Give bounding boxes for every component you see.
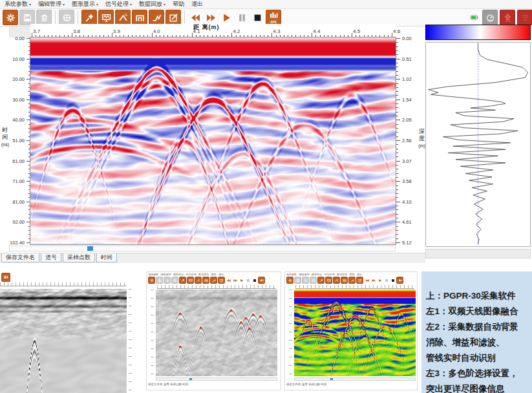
save-button[interactable]: [156, 277, 163, 284]
save-button[interactable]: [294, 277, 301, 284]
stop-button[interactable]: [251, 277, 257, 283]
pin-button[interactable]: [179, 277, 186, 284]
forward-button[interactable]: [204, 10, 218, 25]
gate-button[interactable]: [132, 10, 147, 25]
curve-button[interactable]: [210, 277, 217, 284]
dropdown-arrow-icon: ▾: [29, 2, 31, 6]
gain-button[interactable]: G: [115, 10, 131, 25]
tick-mark: [396, 124, 398, 125]
toolbar-separator: [184, 11, 185, 24]
circle-button[interactable]: [310, 277, 317, 284]
save-button[interactable]: [19, 10, 35, 25]
menu-item-6[interactable]: 退出: [191, 0, 203, 8]
tick-mark: [396, 112, 398, 112]
play-button[interactable]: [377, 277, 383, 283]
curve-button[interactable]: [149, 10, 164, 25]
tab-2[interactable]: 采样点数: [63, 253, 95, 262]
caption-line: 管线实时自动识别: [426, 350, 529, 366]
upload-icon: [503, 13, 513, 23]
pause-button[interactable]: [245, 277, 251, 283]
gauge-button[interactable]: [482, 10, 498, 25]
mini-tab-bar: 保存文件名 道号 采样点数 时间: [148, 383, 188, 386]
gate-button[interactable]: [202, 277, 209, 284]
battery-button[interactable]: [469, 12, 480, 23]
monitor-button[interactable]: [325, 277, 332, 284]
pause-button[interactable]: [235, 10, 249, 25]
trash-button[interactable]: [36, 10, 52, 25]
curve-button[interactable]: [348, 277, 356, 284]
forward-button[interactable]: [370, 277, 376, 283]
stop-button[interactable]: [250, 10, 264, 25]
left-axis-tick-label: 0.00: [15, 36, 25, 41]
horizontal-scrollbar[interactable]: [9, 246, 396, 251]
tab-3[interactable]: 时间: [96, 253, 117, 262]
pin-button[interactable]: [317, 277, 325, 284]
circle-icon: [62, 13, 72, 23]
tick-mark: [396, 95, 398, 96]
gear-button[interactable]: [148, 277, 155, 284]
right-axis-tick-label: 4.61: [402, 220, 412, 225]
menu-item-label: 图形显示: [72, 0, 95, 8]
tick-mark: [396, 193, 398, 194]
play-button[interactable]: [239, 277, 244, 283]
tab-0[interactable]: 保存文件名: [1, 253, 39, 262]
tab-1[interactable]: 道号: [41, 253, 61, 262]
menu-item-5[interactable]: 帮助: [173, 0, 184, 8]
menu-item-1[interactable]: 编辑管理▾: [38, 0, 65, 8]
circle-button[interactable]: [171, 277, 178, 284]
gps-button[interactable]: [1, 273, 10, 282]
curve-icon: [350, 279, 354, 282]
radar-button[interactable]: [517, 10, 532, 25]
menu-item-3[interactable]: 信号处理▾: [105, 0, 132, 8]
gps-button[interactable]: [258, 277, 265, 284]
tick-mark: [396, 173, 398, 174]
radargram-canvas[interactable]: [30, 37, 396, 244]
tick-mark: [396, 186, 398, 186]
trash-button[interactable]: [302, 277, 309, 284]
palette-button[interactable]: [356, 277, 363, 284]
circle-button[interactable]: [59, 10, 74, 25]
gain-button[interactable]: G: [333, 277, 340, 284]
gate-button[interactable]: [341, 277, 348, 284]
tick-mark: [396, 128, 398, 129]
pin-button[interactable]: [81, 10, 97, 25]
tick-mark: [396, 107, 398, 108]
gear-button[interactable]: [3, 10, 18, 25]
gear-icon: [6, 13, 16, 23]
menu-item-0[interactable]: 系统参数▾: [5, 0, 31, 8]
pause-button[interactable]: [383, 277, 389, 283]
mini-scrollbar: [156, 377, 277, 381]
tick-mark: [396, 214, 398, 215]
thumbnail-grayscale-fusion: [0, 271, 142, 393]
gate-icon: [135, 13, 145, 23]
monitor-button[interactable]: [98, 10, 114, 25]
gps-button[interactable]: [396, 277, 403, 284]
tick-mark: [396, 189, 398, 190]
gps-button[interactable]: GPS: [266, 10, 281, 25]
gear-button[interactable]: [286, 277, 293, 284]
trash-icon: [39, 13, 49, 23]
menu-item-2[interactable]: 图形显示▾: [72, 0, 98, 8]
stop-button[interactable]: [390, 277, 396, 283]
trash-button[interactable]: [164, 277, 171, 284]
tick-mark: [396, 177, 398, 178]
gain-button[interactable]: G: [195, 277, 202, 284]
radargram-plot[interactable]: [30, 37, 396, 245]
mini-top-ruler: [0, 282, 127, 286]
upload-button[interactable]: [500, 10, 515, 25]
menu-item-4[interactable]: 数据回放▾: [139, 0, 165, 8]
palette-button[interactable]: [218, 277, 225, 284]
palette-button[interactable]: [165, 10, 181, 25]
play-button[interactable]: [219, 10, 233, 25]
rewind-button[interactable]: [188, 10, 202, 25]
play-icon: [378, 279, 382, 282]
monitor-icon: [101, 13, 111, 23]
scrollbar-thumb[interactable]: [87, 246, 93, 251]
forward-button[interactable]: [232, 277, 238, 283]
mini-toolbar: G: [286, 277, 403, 284]
monitor-button[interactable]: [187, 277, 194, 284]
rewind-button[interactable]: [226, 277, 231, 283]
rewind-button[interactable]: [364, 277, 370, 283]
colorbar[interactable]: [425, 25, 531, 40]
tick-mark: [396, 38, 400, 39]
